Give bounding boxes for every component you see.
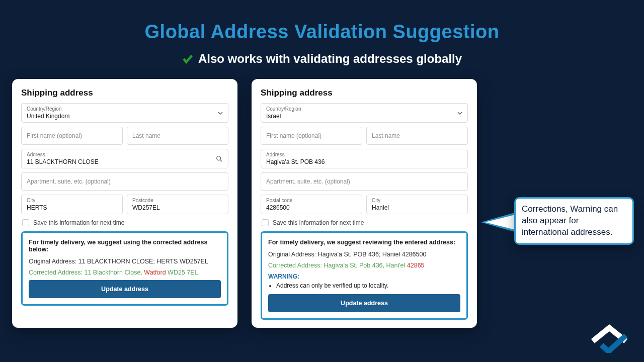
save-info-checkbox[interactable] (22, 219, 29, 226)
shipping-card-il: Shipping address Country/Region Israel F… (252, 79, 477, 328)
country-value: United Kingdom (27, 113, 223, 120)
shipping-heading: Shipping address (21, 88, 228, 98)
update-address-button[interactable]: Update address (268, 294, 460, 312)
search-icon[interactable] (216, 155, 223, 162)
address-value: 11 BLACKTHORN CLOSE (27, 158, 223, 165)
postcode-field[interactable]: Postcode WD257EL (127, 195, 228, 214)
suggestion-lead: For timely delivery, we suggest reviewin… (268, 239, 460, 246)
city-field[interactable]: City Haniel (366, 195, 468, 214)
corrected-address-line: Corrected Address: 11 Blackthorn Close, … (29, 269, 221, 276)
apartment-field[interactable]: Apartment, suite, etc. (optional) (261, 172, 468, 191)
save-info-label: Save this information for next time (273, 219, 364, 226)
address-field[interactable]: Address Hagiva'a St. POB 436 (261, 149, 468, 168)
last-name-field[interactable]: Last name (366, 127, 468, 145)
suggestion-panel-il: For timely delivery, we suggest reviewin… (261, 231, 468, 320)
corrected-address-line: Corrected Address: Hagiva'a St. Pob 436,… (268, 262, 460, 269)
callout-box: Corrections, Warning can also appear for… (514, 197, 634, 245)
address-label: Address (27, 152, 223, 157)
apartment-field[interactable]: Apartment, suite, etc. (optional) (21, 172, 228, 191)
country-select[interactable]: Country/Region United Kingdom (21, 103, 228, 123)
save-info-row: Save this information for next time (262, 219, 467, 226)
shipping-heading: Shipping address (261, 88, 468, 98)
suggestion-panel-uk: For timely delivery, we suggest using th… (21, 231, 228, 306)
page-title: Global Address Validation Suggestion (0, 0, 644, 43)
page-subtitle: Also works with validating addresses glo… (0, 52, 644, 66)
brand-logo-icon (590, 324, 629, 353)
first-name-field[interactable]: First name (optional) (261, 127, 362, 145)
address-field[interactable]: Address 11 BLACKTHORN CLOSE (21, 149, 228, 168)
original-address-line: Original Address: Hagiva'a St. POB 436; … (268, 251, 460, 258)
svg-line-1 (220, 159, 222, 161)
country-select[interactable]: Country/Region Israel (261, 103, 468, 123)
chevron-down-icon (218, 111, 223, 116)
warning-list: Address can only be verified up to local… (276, 282, 460, 289)
update-address-button[interactable]: Update address (29, 280, 221, 298)
last-name-field[interactable]: Last name (127, 127, 228, 145)
first-name-field[interactable]: First name (optional) (21, 127, 123, 145)
svg-point-0 (217, 156, 221, 160)
save-info-checkbox[interactable] (262, 219, 269, 226)
suggestion-lead: For timely delivery, we suggest using th… (29, 239, 221, 253)
checkmark-icon (182, 53, 193, 64)
warning-heading: WARNING: (268, 273, 460, 280)
country-label: Country/Region (27, 107, 223, 112)
shipping-card-uk: Shipping address Country/Region United K… (12, 79, 237, 328)
warning-item: Address can only be verified up to local… (276, 282, 460, 289)
save-info-row: Save this information for next time (22, 219, 227, 226)
postal-code-field[interactable]: Postal code 4286500 (261, 195, 362, 214)
original-address-line: Original Address: 11 BLACKTHORN CLOSE; H… (29, 258, 221, 265)
callout-pointer-icon (481, 212, 516, 232)
save-info-label: Save this information for next time (33, 219, 124, 226)
subtitle-text: Also works with validating addresses glo… (198, 52, 462, 66)
chevron-down-icon (457, 111, 462, 116)
city-field[interactable]: City HERTS (21, 195, 123, 214)
